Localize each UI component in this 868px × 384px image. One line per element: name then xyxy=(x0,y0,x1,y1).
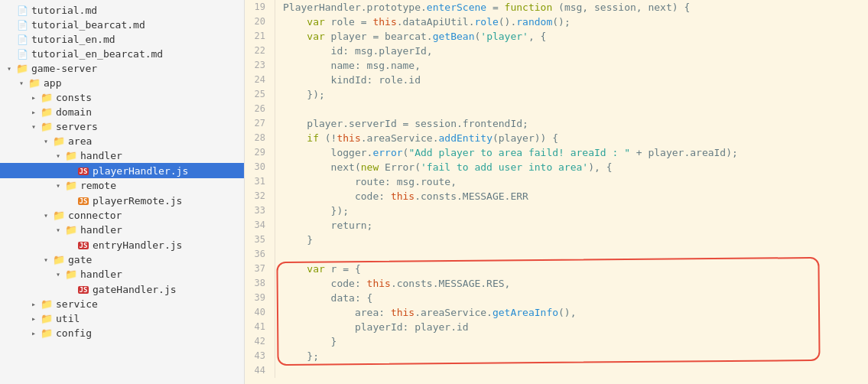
toggle-icon[interactable]: ▾ xyxy=(40,211,52,220)
toggle-icon[interactable]: ▾ xyxy=(15,79,28,87)
line-number: 22 xyxy=(245,44,275,58)
code-line-21: 21 var player = bearcat.getBean('player'… xyxy=(245,29,868,44)
code-line-29: 29 logger.error("Add player to area fail… xyxy=(245,145,868,160)
sidebar-item-util[interactable]: ▸📁util xyxy=(0,311,244,326)
sidebar-item-label: tutorial.md xyxy=(31,5,97,16)
token-method: random xyxy=(516,16,552,28)
line-number: 32 xyxy=(245,189,275,203)
line-content: }; xyxy=(275,349,868,363)
line-content: var r = { xyxy=(275,262,868,276)
sidebar-item-gate[interactable]: ▾📁gate xyxy=(0,252,244,267)
toggle-icon[interactable]: ▸ xyxy=(28,93,40,102)
line-content: } xyxy=(275,334,868,349)
code-line-23: 23 name: msg.name, xyxy=(245,58,868,73)
sidebar-item-handler-gate[interactable]: ▾📁handler xyxy=(0,267,244,281)
token-plain xyxy=(283,16,307,28)
sidebar-item-connector[interactable]: ▾📁connector xyxy=(0,208,244,223)
sidebar-item-handler-area[interactable]: ▾📁handler xyxy=(0,148,244,163)
line-content: var role = this.dataApiUtil.role().rando… xyxy=(275,15,868,29)
sidebar-item-label: tutorial_en_bearcat.md xyxy=(31,48,163,60)
file-tree[interactable]: 📄tutorial.md📄tutorial_bearcat.md📄tutoria… xyxy=(0,0,245,384)
toggle-icon[interactable]: ▾ xyxy=(52,270,64,278)
sidebar-item-label: gate xyxy=(68,254,92,265)
file-icon-file-md: 📄 xyxy=(15,19,29,31)
file-icon-folder: 📁 xyxy=(64,268,78,280)
token-plain: r = { xyxy=(325,263,361,275)
toggle-icon[interactable]: ▾ xyxy=(52,226,64,234)
code-line-28: 28 if (!this.areaService.addEntity(playe… xyxy=(245,131,868,145)
toggle-icon[interactable]: ▾ xyxy=(3,64,15,73)
token-method: getAreaInfo xyxy=(493,307,558,318)
sidebar-item-app[interactable]: ▾📁app xyxy=(0,76,244,90)
code-line-42: 42 } xyxy=(245,334,868,349)
token-plain: playerId: player.id xyxy=(283,321,469,333)
sidebar-item-game-server[interactable]: ▾📁game-server xyxy=(0,61,244,76)
code-line-26: 26 xyxy=(245,102,868,116)
token-method: getBean xyxy=(433,31,475,42)
sidebar-item-service[interactable]: ▸📁service xyxy=(0,297,244,311)
line-number: 24 xyxy=(245,73,275,87)
sidebar-item-consts[interactable]: ▸📁consts xyxy=(0,90,244,105)
toggle-icon[interactable]: ▾ xyxy=(40,137,52,145)
token-plain: ), { xyxy=(588,161,612,173)
token-str: "Add player to area faild! areaId : " xyxy=(408,147,630,158)
token-plain: (), xyxy=(558,307,576,318)
sidebar-item-label: consts xyxy=(56,92,92,103)
file-icon-file-js-orange: JS xyxy=(76,194,90,207)
toggle-icon[interactable]: ▾ xyxy=(52,151,64,160)
file-icon-folder: 📁 xyxy=(64,180,78,191)
file-icon-file-md: 📄 xyxy=(15,48,29,60)
toggle-icon[interactable]: ▾ xyxy=(52,181,64,190)
file-icon-folder: 📁 xyxy=(40,106,54,118)
file-icon-folder: 📁 xyxy=(40,327,54,339)
sidebar-item-label: gateHandler.js xyxy=(93,284,177,295)
line-number: 36 xyxy=(245,247,275,262)
token-this-kw: this xyxy=(367,278,391,289)
token-plain: kindId: role.id xyxy=(283,74,421,86)
line-number: 28 xyxy=(245,131,275,145)
token-plain xyxy=(283,132,307,144)
line-content: }); xyxy=(275,203,868,218)
sidebar-item-config[interactable]: ▸📁config xyxy=(0,326,244,340)
line-content: route: msg.route, xyxy=(275,174,868,189)
line-number: 20 xyxy=(245,15,275,29)
line-content xyxy=(275,102,868,116)
sidebar-item-label: connector xyxy=(68,210,122,221)
token-plain: name: msg.name, xyxy=(283,60,421,71)
sidebar-item-tutorial-en-md[interactable]: 📄tutorial_en.md xyxy=(0,32,244,47)
token-plain: }); xyxy=(283,89,325,100)
token-plain: PlayerHandler.prototype. xyxy=(283,2,427,13)
sidebar-item-tutorial-en-bearcat-md[interactable]: 📄tutorial_en_bearcat.md xyxy=(0,47,244,61)
file-icon-file-md: 📄 xyxy=(15,5,29,16)
file-icon-folder: 📁 xyxy=(64,150,78,161)
sidebar-item-servers[interactable]: ▾📁servers xyxy=(0,119,244,134)
sidebar-item-gateHandler[interactable]: JSgateHandler.js xyxy=(0,281,244,297)
sidebar-item-playerHandler[interactable]: JSplayerHandler.js xyxy=(0,163,244,178)
toggle-icon[interactable]: ▸ xyxy=(28,329,40,337)
token-plain: role = xyxy=(325,16,373,28)
sidebar-item-tutorial-bearcat-md[interactable]: 📄tutorial_bearcat.md xyxy=(0,18,244,32)
token-plain: } xyxy=(283,234,313,246)
sidebar-item-playerRemote[interactable]: JSplayerRemote.js xyxy=(0,193,244,208)
file-icon-folder: 📁 xyxy=(40,121,54,132)
line-number: 37 xyxy=(245,262,275,276)
file-icon-folder: 📁 xyxy=(40,313,54,324)
toggle-icon[interactable]: ▸ xyxy=(28,314,40,323)
sidebar-item-handler-connector[interactable]: ▾📁handler xyxy=(0,223,244,237)
line-content: kindId: role.id xyxy=(275,73,868,87)
token-this-kw: this xyxy=(391,307,414,318)
toggle-icon[interactable]: ▸ xyxy=(28,108,40,116)
sidebar-item-remote[interactable]: ▾📁remote xyxy=(0,178,244,193)
toggle-icon[interactable]: ▾ xyxy=(28,122,40,131)
toggle-icon[interactable]: ▾ xyxy=(40,255,52,264)
token-plain: area: xyxy=(283,307,391,318)
sidebar-item-label: game-server xyxy=(31,63,97,74)
sidebar-item-tutorial-md[interactable]: 📄tutorial.md xyxy=(0,3,244,18)
line-content: } xyxy=(275,233,868,247)
sidebar-item-entryHandler[interactable]: JSentryHandler.js xyxy=(0,237,244,252)
token-plain: code: xyxy=(283,278,367,289)
file-icon-folder: 📁 xyxy=(52,210,66,221)
sidebar-item-domain[interactable]: ▸📁domain xyxy=(0,105,244,119)
toggle-icon[interactable]: ▸ xyxy=(28,300,40,308)
sidebar-item-area[interactable]: ▾📁area xyxy=(0,134,244,148)
